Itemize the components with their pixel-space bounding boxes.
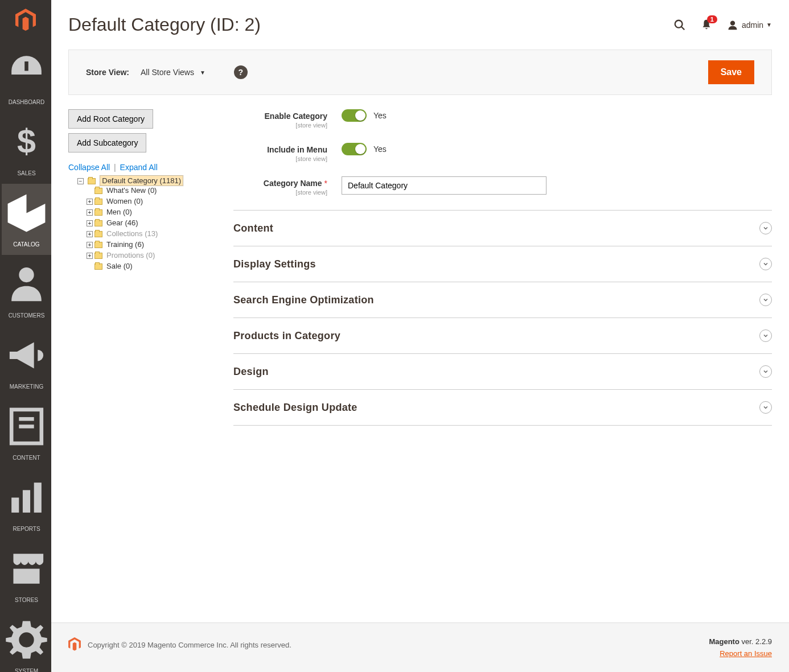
nav-item-stores[interactable]: STORES	[0, 539, 51, 611]
accordion-section-content[interactable]: Content	[233, 210, 772, 246]
accordion-section-search-engine-optimization[interactable]: Search Engine Optimization	[233, 282, 772, 318]
svg-text:$: $	[17, 122, 36, 160]
nav-label: CONTENT	[4, 455, 49, 461]
page-icon	[4, 404, 49, 452]
tree-expand-icon[interactable]: +	[87, 242, 93, 248]
search-icon[interactable]	[673, 19, 686, 31]
folder-icon	[94, 242, 102, 248]
folder-icon	[94, 199, 102, 205]
svg-rect-6	[23, 490, 30, 513]
chevron-down-icon: ▼	[200, 69, 206, 76]
magento-logo-small	[68, 637, 81, 653]
nav-item-dashboard[interactable]: DASHBOARD	[0, 42, 51, 113]
notification-badge: 1	[707, 15, 717, 23]
help-icon[interactable]: ?	[234, 65, 248, 79]
tree-item: What's New (0)	[87, 185, 216, 196]
tree-item-label[interactable]: What's New (0)	[105, 185, 158, 195]
save-button[interactable]: Save	[708, 60, 754, 84]
storeview-label: Store View:	[86, 68, 129, 77]
tree-expand-icon[interactable]: +	[87, 253, 93, 259]
svg-point-14	[730, 20, 735, 25]
report-issue-link[interactable]: Report an Issue	[720, 649, 772, 658]
chevron-down-icon	[759, 365, 772, 378]
tree-item-label[interactable]: Training (6)	[105, 240, 146, 249]
tree-item-label[interactable]: Collections (13)	[105, 229, 159, 238]
tree-item-label[interactable]: Men (0)	[105, 207, 134, 217]
tree-item: +Gear (46)	[87, 217, 216, 228]
svg-rect-5	[11, 498, 19, 513]
tree-item-label[interactable]: Women (0)	[105, 196, 145, 206]
expand-all-link[interactable]: Expand All	[120, 163, 158, 172]
dollar-icon: $	[4, 119, 49, 168]
main-content: Default Category (ID: 2) 1 admin ▼ Store…	[51, 0, 789, 672]
tree-expand-icon[interactable]: +	[87, 231, 93, 237]
accordion-title: Schedule Design Update	[233, 402, 357, 414]
dashboard-icon	[4, 48, 49, 97]
tree-expand-icon[interactable]: +	[87, 209, 93, 216]
collapse-all-link[interactable]: Collapse All	[68, 163, 110, 172]
folder-icon	[94, 188, 102, 194]
tree-controls: Collapse All | Expand All	[68, 163, 216, 172]
admin-user-menu[interactable]: admin ▼	[727, 19, 772, 31]
notifications-icon[interactable]: 1	[700, 19, 713, 31]
accordion-title: Search Engine Optimization	[233, 294, 374, 306]
tree-item-label[interactable]: Gear (46)	[105, 218, 140, 228]
add-subcategory-button[interactable]: Add Subcategory	[68, 133, 146, 152]
tree-item-label[interactable]: Sale (0)	[105, 261, 134, 271]
storeview-selector[interactable]: All Store Views ▼	[141, 68, 206, 77]
nav-item-reports[interactable]: REPORTS	[0, 468, 51, 539]
tree-expand-icon[interactable]: +	[87, 220, 93, 226]
nav-item-marketing[interactable]: MARKETING	[0, 326, 51, 397]
tree-expand-icon[interactable]: +	[87, 199, 93, 205]
nav-item-catalog[interactable]: CATALOG	[0, 184, 51, 255]
chevron-down-icon	[759, 294, 772, 306]
chevron-down-icon: ▼	[766, 22, 772, 28]
app-version: ver. 2.2.9	[739, 637, 772, 646]
accordion-section-display-settings[interactable]: Display Settings	[233, 246, 772, 282]
nav-item-sales[interactable]: $SALES	[0, 113, 51, 184]
folder-icon	[94, 263, 102, 270]
accordion-title: Products in Category	[233, 330, 340, 342]
gear-icon	[4, 617, 49, 666]
tree-item-label[interactable]: Promotions (0)	[105, 250, 157, 260]
chevron-down-icon	[759, 222, 772, 234]
chevron-down-icon	[759, 401, 772, 414]
category-tree: − Default Category (1181) What's New (0)…	[68, 175, 216, 273]
tree-item: +Men (0)	[87, 207, 216, 217]
category-name-input[interactable]	[342, 176, 546, 195]
accordion-sections: ContentDisplay SettingsSearch Engine Opt…	[233, 210, 772, 426]
category-form: Enable Category [store view] Yes Include…	[233, 109, 772, 600]
page-title: Default Category (ID: 2)	[68, 14, 261, 35]
tree-collapse-icon[interactable]: −	[77, 178, 84, 184]
enable-category-toggle[interactable]	[342, 109, 367, 122]
person-icon	[4, 262, 49, 310]
bars-icon	[4, 475, 49, 523]
nav-item-customers[interactable]: CUSTOMERS	[0, 255, 51, 326]
accordion-section-design[interactable]: Design	[233, 353, 772, 389]
nav-item-content[interactable]: CONTENT	[0, 397, 51, 468]
nav-label: MARKETING	[4, 384, 49, 390]
category-name-scope: [store view]	[233, 189, 327, 196]
sidebar: DASHBOARD$SALESCATALOGCUSTOMERSMARKETING…	[0, 0, 51, 672]
nav-item-system[interactable]: SYSTEM	[0, 611, 51, 672]
magento-logo[interactable]	[0, 0, 51, 42]
add-root-category-button[interactable]: Add Root Category	[68, 109, 153, 129]
folder-icon	[94, 253, 102, 259]
page-footer: Copyright © 2019 Magento Commerce Inc. A…	[51, 622, 789, 672]
svg-point-1	[19, 267, 34, 282]
accordion-section-products-in-category[interactable]: Products in Category	[233, 318, 772, 353]
category-name-label: Category Name	[264, 179, 322, 188]
include-in-menu-scope: [store view]	[233, 155, 327, 162]
tree-item: +Collections (13)	[87, 228, 216, 239]
svg-line-13	[681, 26, 685, 30]
tree-item: +Women (0)	[87, 196, 216, 207]
accordion-section-schedule-design-update[interactable]: Schedule Design Update	[233, 389, 772, 425]
tree-item: +Training (6)	[87, 239, 216, 250]
header-actions: 1 admin ▼	[673, 19, 772, 31]
store-icon	[4, 546, 49, 595]
include-in-menu-field: Include in Menu [store view] Yes	[233, 143, 772, 162]
username: admin	[742, 20, 763, 30]
include-in-menu-toggle[interactable]	[342, 143, 367, 155]
nav-label: STORES	[4, 597, 49, 604]
svg-rect-7	[34, 483, 42, 513]
